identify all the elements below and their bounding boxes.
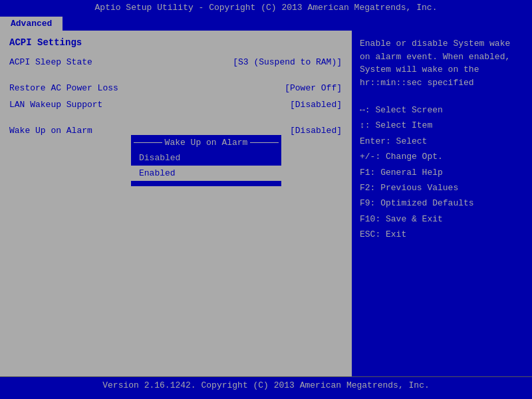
acpi-sleep-state-label: ACPI Sleep State	[9, 57, 92, 67]
key-select-screen: ↔: Select Screen	[360, 102, 524, 118]
lan-wakeup-row: LAN Wakeup Support [Disabled]	[9, 100, 342, 110]
key-enter-select: Enter: Select	[360, 134, 524, 149]
key-change-opt: +/-: Change Opt.	[360, 149, 524, 164]
key-f1-help: F1: General Help	[360, 165, 524, 180]
acpi-sleep-state-row: ACPI Sleep State [S3 (Suspend to RAM)]	[9, 57, 342, 67]
title-dash-left	[134, 142, 162, 143]
header-bar: Aptio Setup Utility - Copyright (C) 2013…	[0, 0, 532, 15]
lan-wakeup-label: LAN Wakeup Support	[9, 100, 102, 110]
popup-bottom-space	[131, 181, 281, 186]
tab-advanced[interactable]: Advanced	[0, 17, 63, 31]
restore-ac-power-label: Restore AC Power Loss	[9, 83, 118, 93]
popup-option-enabled[interactable]: Enabled	[131, 166, 281, 181]
left-panel: ACPI Settings ACPI Sleep State [S3 (Susp…	[0, 31, 351, 376]
lan-wakeup-value[interactable]: [Disabled]	[290, 100, 342, 110]
key-help-section: ↔: Select Screen ↕: Select Item Enter: S…	[360, 102, 524, 243]
header-title: Aptio Setup Utility - Copyright (C) 2013…	[95, 3, 438, 13]
popup-title-bar: Wake Up on Alarm	[131, 135, 281, 150]
title-dash-right	[250, 142, 279, 143]
tab-bar: Advanced	[0, 15, 532, 31]
restore-ac-power-row: Restore AC Power Loss [Power Off]	[9, 83, 342, 93]
divider-1	[9, 74, 342, 83]
wake-up-alarm-value[interactable]: [Disabled]	[290, 126, 342, 136]
footer-text: Version 2.16.1242. Copyright (C) 2013 Am…	[102, 380, 429, 390]
divider-2	[9, 116, 342, 126]
wake-up-alarm-popup: Wake Up on Alarm Disabled Enabled	[130, 134, 283, 188]
right-panel: Enable or disable System wake on alarm e…	[351, 31, 532, 376]
footer-bar: Version 2.16.1242. Copyright (C) 2013 Am…	[0, 376, 532, 395]
key-f9-defaults: F9: Optimized Defaults	[360, 196, 524, 211]
key-esc-exit: ESC: Exit	[360, 227, 524, 242]
section-title: ACPI Settings	[9, 37, 342, 48]
wake-up-alarm-label: Wake Up on Alarm	[9, 126, 92, 136]
help-text: Enable or disable System wake on alarm e…	[360, 37, 524, 89]
key-f10-save: F10: Save & Exit	[360, 211, 524, 227]
acpi-sleep-state-value[interactable]: [S3 (Suspend to RAM)]	[233, 57, 342, 67]
key-f2-prev: F2: Previous Values	[360, 180, 524, 196]
popup-option-disabled[interactable]: Disabled	[131, 150, 281, 166]
key-select-item: ↕: Select Item	[360, 118, 524, 133]
main-container: ACPI Settings ACPI Sleep State [S3 (Susp…	[0, 31, 532, 376]
popup-title: Wake Up on Alarm	[165, 138, 248, 148]
restore-ac-power-value[interactable]: [Power Off]	[285, 83, 342, 93]
